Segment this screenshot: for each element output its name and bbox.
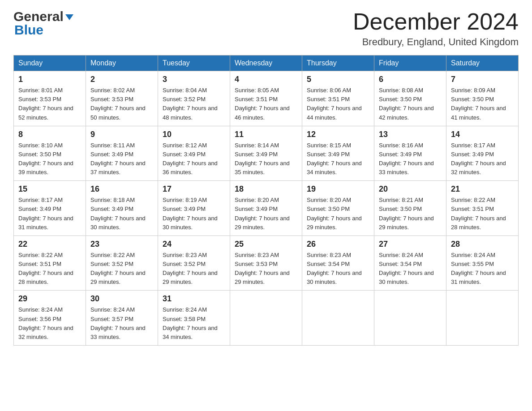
day-number: 12 (307, 130, 369, 139)
day-info: Sunrise: 8:24 AM Sunset: 3:56 PM Dayligh… (18, 305, 81, 342)
calendar-cell (302, 291, 374, 346)
week-row-1: 1 Sunrise: 8:01 AM Sunset: 3:53 PM Dayli… (14, 71, 519, 126)
day-number: 27 (379, 240, 442, 249)
week-row-4: 22 Sunrise: 8:22 AM Sunset: 3:51 PM Dayl… (14, 235, 519, 291)
logo-blue-text: Blue (14, 22, 43, 38)
calendar-cell: 23 Sunrise: 8:22 AM Sunset: 3:52 PM Dayl… (86, 235, 158, 291)
day-info: Sunrise: 8:10 AM Sunset: 3:50 PM Dayligh… (18, 141, 81, 177)
day-number: 9 (90, 130, 153, 139)
calendar-table: SundayMondayTuesdayWednesdayThursdayFrid… (13, 55, 519, 346)
day-info: Sunrise: 8:06 AM Sunset: 3:51 PM Dayligh… (307, 86, 369, 122)
day-info: Sunrise: 8:19 AM Sunset: 3:49 PM Dayligh… (163, 196, 225, 232)
day-info: Sunrise: 8:02 AM Sunset: 3:53 PM Dayligh… (90, 86, 153, 122)
day-number: 17 (163, 184, 225, 194)
weekday-header-sunday: Sunday (14, 56, 86, 71)
day-number: 11 (235, 130, 297, 139)
day-info: Sunrise: 8:23 AM Sunset: 3:53 PM Dayligh… (235, 251, 297, 287)
day-info: Sunrise: 8:20 AM Sunset: 3:50 PM Dayligh… (307, 196, 369, 232)
day-number: 20 (379, 184, 442, 194)
day-number: 6 (379, 75, 442, 84)
day-number: 31 (163, 294, 225, 304)
day-info: Sunrise: 8:23 AM Sunset: 3:52 PM Dayligh… (163, 251, 225, 287)
day-number: 4 (235, 75, 297, 84)
day-number: 19 (307, 184, 369, 194)
week-row-5: 29 Sunrise: 8:24 AM Sunset: 3:56 PM Dayl… (14, 291, 519, 346)
month-title: December 2024 (353, 9, 519, 34)
day-number: 7 (451, 75, 514, 84)
calendar-cell: 17 Sunrise: 8:19 AM Sunset: 3:49 PM Dayl… (158, 181, 230, 236)
calendar-cell: 27 Sunrise: 8:24 AM Sunset: 3:54 PM Dayl… (374, 235, 446, 291)
day-number: 18 (235, 184, 297, 194)
weekday-header-wednesday: Wednesday (230, 56, 302, 71)
day-info: Sunrise: 8:24 AM Sunset: 3:57 PM Dayligh… (90, 305, 153, 342)
day-info: Sunrise: 8:23 AM Sunset: 3:54 PM Dayligh… (307, 251, 369, 287)
day-info: Sunrise: 8:05 AM Sunset: 3:51 PM Dayligh… (235, 86, 297, 122)
day-info: Sunrise: 8:16 AM Sunset: 3:49 PM Dayligh… (379, 141, 442, 177)
day-info: Sunrise: 8:12 AM Sunset: 3:49 PM Dayligh… (163, 141, 225, 177)
day-number: 28 (451, 240, 514, 249)
week-row-2: 8 Sunrise: 8:10 AM Sunset: 3:50 PM Dayli… (14, 126, 519, 181)
weekday-header-tuesday: Tuesday (158, 56, 230, 71)
day-number: 30 (90, 294, 153, 304)
day-number: 24 (163, 240, 225, 249)
calendar-cell: 7 Sunrise: 8:09 AM Sunset: 3:50 PM Dayli… (446, 71, 519, 126)
week-row-3: 15 Sunrise: 8:17 AM Sunset: 3:49 PM Dayl… (14, 181, 519, 236)
day-info: Sunrise: 8:04 AM Sunset: 3:52 PM Dayligh… (163, 86, 225, 122)
day-number: 16 (90, 184, 153, 194)
day-info: Sunrise: 8:21 AM Sunset: 3:50 PM Dayligh… (379, 196, 442, 232)
calendar-cell: 1 Sunrise: 8:01 AM Sunset: 3:53 PM Dayli… (14, 71, 86, 126)
calendar-cell: 29 Sunrise: 8:24 AM Sunset: 3:56 PM Dayl… (14, 291, 86, 346)
day-number: 3 (163, 75, 225, 84)
calendar-cell: 28 Sunrise: 8:24 AM Sunset: 3:55 PM Dayl… (446, 235, 519, 291)
day-info: Sunrise: 8:24 AM Sunset: 3:55 PM Dayligh… (451, 251, 514, 287)
day-info: Sunrise: 8:24 AM Sunset: 3:54 PM Dayligh… (379, 251, 442, 287)
calendar-cell (230, 291, 302, 346)
calendar-cell: 3 Sunrise: 8:04 AM Sunset: 3:52 PM Dayli… (158, 71, 230, 126)
calendar-cell: 8 Sunrise: 8:10 AM Sunset: 3:50 PM Dayli… (14, 126, 86, 181)
logo-general-text: General (13, 9, 64, 24)
day-number: 15 (18, 184, 81, 194)
day-info: Sunrise: 8:18 AM Sunset: 3:49 PM Dayligh… (90, 196, 153, 232)
day-info: Sunrise: 8:20 AM Sunset: 3:49 PM Dayligh… (235, 196, 297, 232)
calendar-cell: 11 Sunrise: 8:14 AM Sunset: 3:49 PM Dayl… (230, 126, 302, 181)
page-header: General Blue December 2024 Bredbury, Eng… (13, 9, 519, 48)
day-info: Sunrise: 8:14 AM Sunset: 3:49 PM Dayligh… (235, 141, 297, 177)
day-info: Sunrise: 8:17 AM Sunset: 3:49 PM Dayligh… (451, 141, 514, 177)
calendar-cell: 24 Sunrise: 8:23 AM Sunset: 3:52 PM Dayl… (158, 235, 230, 291)
day-number: 1 (18, 75, 81, 84)
day-number: 14 (451, 130, 514, 139)
day-number: 21 (451, 184, 514, 194)
day-number: 10 (163, 130, 225, 139)
calendar-cell: 30 Sunrise: 8:24 AM Sunset: 3:57 PM Dayl… (86, 291, 158, 346)
weekday-header-friday: Friday (374, 56, 446, 71)
day-info: Sunrise: 8:11 AM Sunset: 3:49 PM Dayligh… (90, 141, 153, 177)
calendar-cell: 10 Sunrise: 8:12 AM Sunset: 3:49 PM Dayl… (158, 126, 230, 181)
day-number: 5 (307, 75, 369, 84)
calendar-cell: 15 Sunrise: 8:17 AM Sunset: 3:49 PM Dayl… (14, 181, 86, 236)
calendar-cell: 20 Sunrise: 8:21 AM Sunset: 3:50 PM Dayl… (374, 181, 446, 236)
day-number: 22 (18, 240, 81, 249)
location-title: Bredbury, England, United Kingdom (353, 36, 519, 48)
day-number: 26 (307, 240, 369, 249)
day-number: 25 (235, 240, 297, 249)
calendar-cell: 6 Sunrise: 8:08 AM Sunset: 3:50 PM Dayli… (374, 71, 446, 126)
day-number: 13 (379, 130, 442, 139)
calendar-cell: 21 Sunrise: 8:22 AM Sunset: 3:51 PM Dayl… (446, 181, 519, 236)
day-info: Sunrise: 8:08 AM Sunset: 3:50 PM Dayligh… (379, 86, 442, 122)
calendar-cell (446, 291, 519, 346)
day-info: Sunrise: 8:01 AM Sunset: 3:53 PM Dayligh… (18, 86, 81, 122)
calendar-cell: 31 Sunrise: 8:24 AM Sunset: 3:58 PM Dayl… (158, 291, 230, 346)
day-info: Sunrise: 8:22 AM Sunset: 3:52 PM Dayligh… (90, 251, 153, 287)
day-info: Sunrise: 8:22 AM Sunset: 3:51 PM Dayligh… (18, 251, 81, 287)
day-number: 2 (90, 75, 153, 84)
calendar-cell: 25 Sunrise: 8:23 AM Sunset: 3:53 PM Dayl… (230, 235, 302, 291)
calendar-cell: 5 Sunrise: 8:06 AM Sunset: 3:51 PM Dayli… (302, 71, 374, 126)
calendar-cell (374, 291, 446, 346)
day-number: 8 (18, 130, 81, 139)
title-block: December 2024 Bredbury, England, United … (353, 9, 519, 48)
day-number: 29 (18, 294, 81, 304)
day-info: Sunrise: 8:22 AM Sunset: 3:51 PM Dayligh… (451, 196, 514, 232)
calendar-cell: 22 Sunrise: 8:22 AM Sunset: 3:51 PM Dayl… (14, 235, 86, 291)
calendar-cell: 13 Sunrise: 8:16 AM Sunset: 3:49 PM Dayl… (374, 126, 446, 181)
day-info: Sunrise: 8:17 AM Sunset: 3:49 PM Dayligh… (18, 196, 81, 232)
